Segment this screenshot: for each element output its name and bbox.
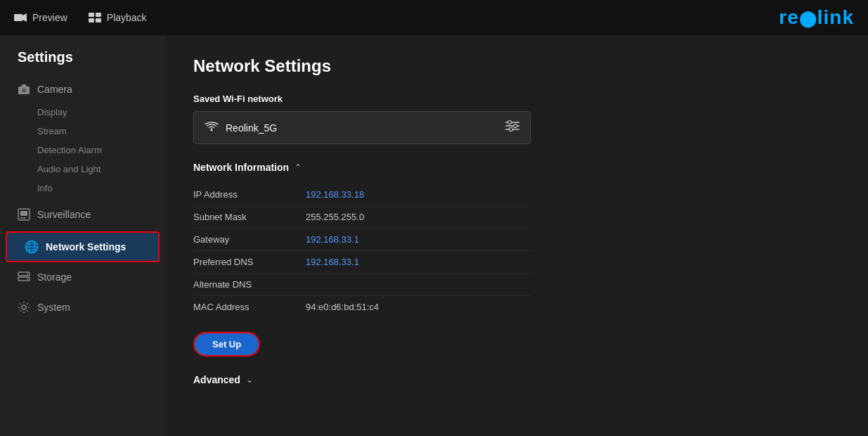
svg-marker-1: [22, 13, 27, 22]
preview-nav-item[interactable]: Preview: [14, 12, 67, 23]
svg-point-7: [22, 88, 27, 93]
setup-btn-wrap: Set Up: [193, 332, 840, 357]
svg-marker-8: [21, 84, 27, 86]
globe-icon: [25, 240, 39, 254]
setup-button[interactable]: Set Up: [193, 332, 260, 357]
sidebar-item-info[interactable]: Info: [37, 179, 165, 198]
advanced-header[interactable]: Advanced ⌄: [193, 374, 840, 389]
storage-section-label: Storage: [37, 271, 72, 283]
camera-section-label: Camera: [37, 84, 72, 95]
svg-point-28: [514, 124, 517, 128]
camera-icon: [14, 13, 27, 23]
surveillance-section-icon: [18, 208, 30, 221]
camera-section-icon: [18, 83, 30, 96]
wifi-name: Reolink_5G: [226, 122, 277, 134]
info-row-preferred-dns: Preferred DNS 192.168.33.1: [193, 251, 531, 274]
sidebar-item-network-settings[interactable]: Network Settings: [6, 231, 160, 262]
playback-label: Playback: [107, 12, 147, 23]
alternate-dns-label: Alternate DNS: [193, 279, 306, 290]
network-settings-label: Network Settings: [46, 241, 126, 252]
network-info-header[interactable]: Network Information ⌃: [193, 162, 840, 173]
svg-point-20: [27, 274, 28, 275]
sidebar-surveillance-header[interactable]: Surveillance: [0, 201, 165, 228]
network-info-title: Network Information: [193, 162, 289, 173]
system-section-label: System: [37, 302, 70, 313]
sidebar-section-system: System: [0, 294, 165, 321]
info-row-gateway: Gateway 192.168.33.1: [193, 229, 531, 251]
gateway-value: 192.168.33.1: [306, 234, 359, 245]
storage-section-icon: [18, 271, 30, 283]
sidebar-item-display[interactable]: Display: [37, 103, 165, 122]
sidebar-title: Settings: [0, 49, 165, 76]
sidebar-section-camera: Camera Display Stream Detection Alarm Au…: [0, 76, 165, 198]
sidebar-system-header[interactable]: System: [0, 294, 165, 321]
svg-rect-2: [89, 13, 94, 17]
sidebar-camera-header[interactable]: Camera: [0, 76, 165, 103]
playback-icon: [89, 13, 101, 23]
svg-point-22: [22, 305, 26, 309]
sidebar-section-surveillance: Surveillance: [0, 201, 165, 228]
svg-point-23: [211, 129, 213, 131]
info-row-subnet: Subnet Mask 255.255.255.0: [193, 206, 531, 229]
ip-address-value: 192.168.33.18: [306, 189, 364, 200]
sidebar: Settings Camera Display Stream Detection…: [0, 35, 165, 436]
playback-nav-item[interactable]: Playback: [89, 12, 147, 23]
gear-icon: [18, 301, 30, 314]
reolink-logo: re⬤link: [779, 6, 854, 29]
wifi-section-label: Saved Wi-Fi network: [193, 94, 840, 104]
wifi-box: Reolink_5G: [193, 111, 531, 144]
svg-rect-3: [96, 13, 101, 17]
sidebar-section-storage: Storage: [0, 264, 165, 290]
svg-rect-5: [96, 18, 101, 23]
preferred-dns-value: 192.168.33.1: [306, 257, 359, 267]
gateway-label: Gateway: [193, 234, 306, 245]
svg-rect-10: [20, 211, 27, 216]
subnet-mask-value: 255.255.255.0: [306, 212, 364, 222]
svg-rect-4: [89, 18, 94, 23]
info-row-alternate-dns: Alternate DNS: [193, 274, 531, 296]
sidebar-item-detection-alarm[interactable]: Detection Alarm: [37, 141, 165, 160]
chevron-up-icon: ⌃: [294, 162, 302, 172]
camera-sub-items: Display Stream Detection Alarm Audio and…: [0, 103, 165, 198]
svg-rect-12: [23, 217, 25, 219]
sidebar-item-stream[interactable]: Stream: [37, 122, 165, 141]
sidebar-storage-header[interactable]: Storage: [0, 264, 165, 290]
wifi-settings-icon[interactable]: [505, 120, 519, 135]
mac-address-value: 94:e0:d6:bd:51:c4: [306, 302, 379, 312]
page-title: Network Settings: [193, 56, 840, 76]
svg-point-27: [508, 121, 512, 124]
svg-rect-0: [14, 14, 22, 21]
ip-address-label: IP Address: [193, 189, 306, 200]
sidebar-item-audio-light[interactable]: Audio and Light: [37, 160, 165, 179]
svg-point-29: [510, 128, 513, 132]
topnav: Preview Playback re⬤link: [0, 0, 868, 35]
chevron-down-icon: ⌄: [246, 375, 253, 385]
wifi-left: Reolink_5G: [205, 121, 277, 135]
subnet-mask-label: Subnet Mask: [193, 212, 306, 222]
surveillance-section-label: Surveillance: [37, 209, 91, 220]
advanced-title: Advanced: [193, 374, 240, 385]
network-info-table: IP Address 192.168.33.18 Subnet Mask 255…: [193, 184, 840, 318]
svg-rect-11: [20, 217, 22, 219]
content-area: Network Settings Saved Wi-Fi network Reo…: [165, 35, 868, 436]
svg-point-21: [27, 278, 28, 280]
preview-label: Preview: [32, 12, 67, 23]
preferred-dns-label: Preferred DNS: [193, 257, 306, 267]
topnav-left: Preview Playback: [14, 12, 779, 23]
main-layout: Settings Camera Display Stream Detection…: [0, 35, 868, 436]
wifi-icon: [205, 121, 219, 135]
info-row-ip: IP Address 192.168.33.18: [193, 184, 531, 206]
info-row-mac: MAC Address 94:e0:d6:bd:51:c4: [193, 296, 531, 318]
mac-address-label: MAC Address: [193, 302, 306, 312]
